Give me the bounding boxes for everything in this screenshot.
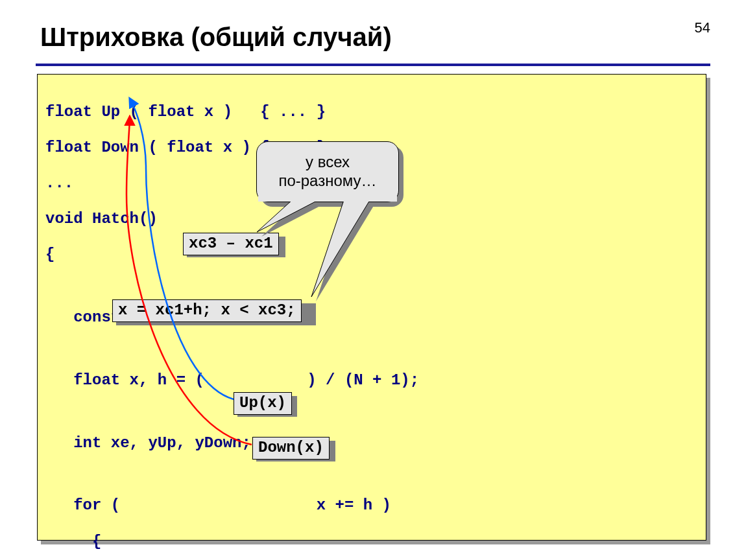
code-line: for ( x = xc1+h; x < xc3; x += h ) bbox=[45, 496, 698, 515]
speech-bubble: у всех по-разному… bbox=[256, 141, 399, 202]
code-line: float x, h = ( ) / (N + 1); bbox=[45, 371, 698, 390]
chip-up: Up(x) bbox=[234, 392, 292, 415]
code-line: { bbox=[45, 533, 698, 551]
code-line: float Up ( float x ) { ... } bbox=[45, 103, 698, 121]
code-line: int xe, yUp, yDown; bbox=[45, 434, 698, 452]
bubble-text: у всех по-разному… bbox=[278, 153, 376, 191]
code-line: { bbox=[45, 246, 698, 264]
title-rule bbox=[36, 64, 710, 66]
page-number: 54 bbox=[695, 19, 710, 36]
code-line: void Hatch() bbox=[45, 210, 698, 228]
slide-title: Штриховка (общий случай) bbox=[40, 23, 392, 52]
chip-for-cond: x = xc1+h; x < xc3; bbox=[112, 299, 302, 322]
chip-xc: xc3 – xc1 bbox=[183, 233, 279, 255]
chip-down: Down(x) bbox=[252, 437, 330, 460]
